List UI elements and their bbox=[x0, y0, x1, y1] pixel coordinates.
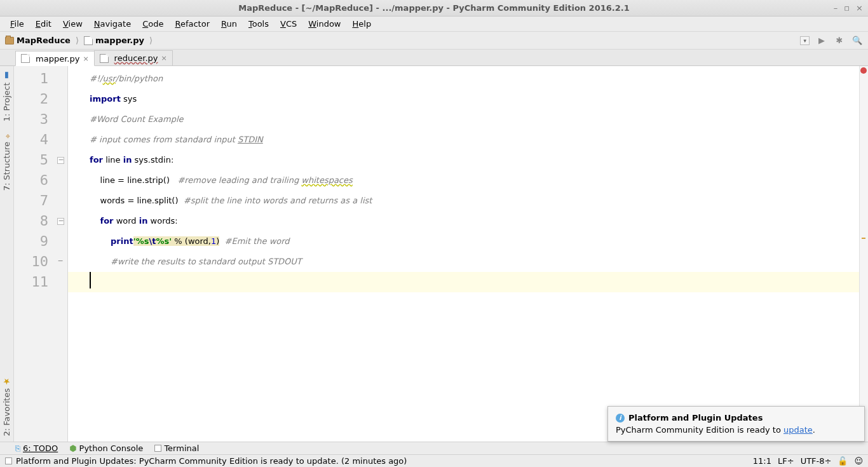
maximize-icon[interactable]: ▫ bbox=[844, 3, 850, 13]
menu-refactor[interactable]: Refactor bbox=[170, 18, 215, 30]
line-separator[interactable]: LF÷ bbox=[778, 456, 794, 466]
folder-icon bbox=[5, 37, 14, 44]
status-icon[interactable] bbox=[5, 457, 12, 464]
menu-bar: File Edit View Navigate Code Refactor Ru… bbox=[0, 17, 868, 32]
menu-file[interactable]: File bbox=[5, 18, 29, 30]
left-tool-strip: 1: Project▮ 7: Structure⌖ 2: Favorites★ bbox=[0, 66, 14, 442]
title-bar: MapReduce - [~/MapReduce] - .../mapper.p… bbox=[0, 0, 868, 17]
menu-tools[interactable]: Tools bbox=[243, 18, 274, 30]
close-tab-icon[interactable]: × bbox=[83, 55, 88, 63]
navigation-bar: MapReduce ⟩ mapper.py ⟩ ▾ ▶ ✱ 🔍 bbox=[0, 32, 868, 50]
python-file-icon bbox=[100, 54, 109, 63]
menu-help[interactable]: Help bbox=[348, 18, 377, 30]
line-numbers: 1234567891011 bbox=[14, 66, 53, 292]
lock-icon[interactable]: 🔓 bbox=[837, 456, 848, 466]
menu-run[interactable]: Run bbox=[216, 18, 242, 30]
status-bar: Platform and Plugin Updates: PyCharm Com… bbox=[0, 454, 868, 467]
code-area[interactable]: #!/usr/bin/python import sys #Word Count… bbox=[68, 66, 859, 294]
error-indicator-icon[interactable] bbox=[860, 67, 867, 74]
tool-structure[interactable]: 7: Structure⌖ bbox=[2, 132, 11, 191]
update-link[interactable]: update bbox=[783, 425, 813, 435]
encoding[interactable]: UTF-8÷ bbox=[801, 456, 832, 466]
editor[interactable]: 1234567891011 #!/usr/bin/python import s… bbox=[14, 66, 868, 442]
run-config-selector[interactable]: ▾ bbox=[800, 36, 810, 45]
cursor-position[interactable]: 11:1 bbox=[753, 456, 771, 466]
menu-view[interactable]: View bbox=[58, 18, 88, 30]
status-message: Platform and Plugin Updates: PyCharm Com… bbox=[16, 456, 407, 466]
menu-navigate[interactable]: Navigate bbox=[89, 18, 136, 30]
breadcrumb-separator: ⟩ bbox=[76, 36, 79, 45]
close-icon[interactable]: × bbox=[856, 3, 863, 13]
tool-terminal[interactable]: Terminal bbox=[154, 443, 199, 453]
notification-title: Platform and Plugin Updates bbox=[628, 413, 763, 423]
window-title: MapReduce - [~/MapReduce] - .../mapper.p… bbox=[238, 3, 630, 13]
terminal-icon bbox=[154, 445, 161, 452]
notification-body: PyCharm Community Edition is ready to up… bbox=[616, 425, 857, 435]
editor-tabs: mapper.py× reducer.py× bbox=[0, 50, 868, 66]
menu-vcs[interactable]: VCS bbox=[275, 18, 302, 30]
warning-mark[interactable] bbox=[862, 238, 865, 239]
close-tab-icon[interactable]: × bbox=[161, 54, 167, 62]
breadcrumb-separator: ⟩ bbox=[149, 36, 153, 45]
tool-todo[interactable]: ⎘6: TODO bbox=[15, 443, 58, 453]
menu-code[interactable]: Code bbox=[137, 18, 168, 30]
menu-window[interactable]: Window bbox=[303, 18, 346, 30]
tool-project[interactable]: 1: Project▮ bbox=[2, 71, 11, 121]
minimize-icon[interactable]: – bbox=[834, 3, 838, 13]
window-controls: – ▫ × bbox=[834, 3, 863, 13]
debug-button[interactable]: ✱ bbox=[834, 36, 845, 46]
fold-toggle-icon[interactable] bbox=[57, 218, 64, 225]
info-icon: i bbox=[616, 414, 625, 423]
bottom-tool-strip: ⎘6: TODO ⬢Python Console Terminal bbox=[0, 442, 868, 454]
editor-gutter: 1234567891011 bbox=[14, 66, 68, 442]
notification-balloon[interactable]: iPlatform and Plugin Updates PyCharm Com… bbox=[607, 406, 865, 442]
hector-icon[interactable]: ☺ bbox=[854, 456, 863, 466]
menu-edit[interactable]: Edit bbox=[31, 18, 57, 30]
python-file-icon bbox=[21, 54, 30, 63]
tab-reducer[interactable]: reducer.py× bbox=[94, 50, 173, 65]
tab-mapper[interactable]: mapper.py× bbox=[15, 51, 95, 66]
breadcrumb-file[interactable]: mapper.py bbox=[84, 36, 144, 45]
run-button[interactable]: ▶ bbox=[816, 36, 827, 46]
error-stripe[interactable] bbox=[859, 66, 868, 442]
fold-toggle-icon[interactable] bbox=[57, 157, 64, 164]
search-button[interactable]: 🔍 bbox=[851, 36, 863, 46]
fold-markers bbox=[53, 66, 67, 292]
breadcrumb-project[interactable]: MapReduce bbox=[5, 36, 71, 45]
tool-favorites[interactable]: 2: Favorites★ bbox=[2, 377, 11, 437]
tool-python-console[interactable]: ⬢Python Console bbox=[69, 443, 143, 453]
python-file-icon bbox=[84, 36, 93, 45]
